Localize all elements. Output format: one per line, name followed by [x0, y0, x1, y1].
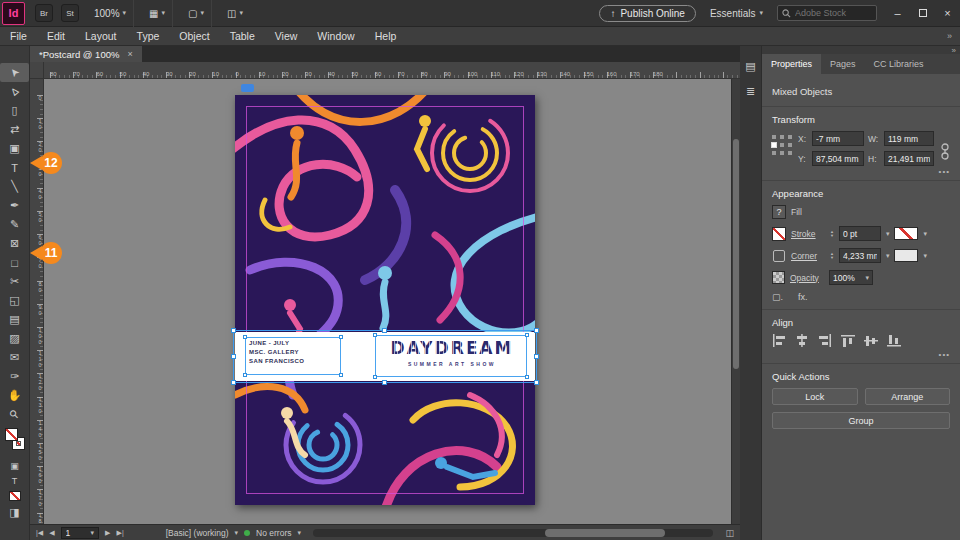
type-tool[interactable]: T: [0, 158, 29, 177]
group-button[interactable]: Group: [772, 412, 950, 429]
formatting-affects-container-button[interactable]: ▣: [0, 458, 29, 473]
arrange-documents-dropdown[interactable]: ◫ ▾: [220, 0, 250, 27]
postcard-page[interactable]: JUNE - JULY MSC. GALLERY SAN FRANCISCO D…: [235, 95, 535, 505]
lock-button[interactable]: Lock: [772, 388, 858, 405]
preflight-profile-menu[interactable]: [Basic] (working): [166, 528, 229, 538]
frame-handle[interactable]: [373, 375, 377, 379]
corner-label[interactable]: Corner: [791, 251, 825, 261]
rectangle-frame-tool[interactable]: ⊠: [0, 234, 29, 253]
close-tab-icon[interactable]: ×: [127, 49, 132, 59]
search-input[interactable]: [795, 8, 871, 18]
restore-button[interactable]: [910, 0, 935, 27]
minimize-button[interactable]: –: [885, 0, 910, 27]
effects-button[interactable]: fx.: [798, 292, 808, 302]
gap-tool[interactable]: ⇄: [0, 120, 29, 139]
direct-selection-tool[interactable]: ⊳: [0, 82, 29, 101]
corner-shape-well[interactable]: [894, 249, 918, 262]
menu-file[interactable]: File: [0, 30, 37, 42]
stock-button[interactable]: St: [61, 4, 79, 22]
corner-radius-input[interactable]: [843, 251, 877, 261]
constrain-proportions-icon[interactable]: [940, 142, 950, 162]
title-band[interactable]: JUNE - JULY MSC. GALLERY SAN FRANCISCO D…: [235, 332, 535, 381]
corner-options-icon[interactable]: [773, 250, 785, 262]
links-icon[interactable]: ≣: [746, 85, 755, 98]
frame-handle[interactable]: [339, 335, 343, 339]
align-more-options[interactable]: •••: [939, 350, 950, 359]
workspace-switcher[interactable]: Essentials ▾: [704, 8, 769, 19]
align-bottom-button[interactable]: [887, 334, 901, 347]
frame-handle[interactable]: [243, 335, 247, 339]
view-options-dropdown[interactable]: ▦ ▾: [142, 0, 173, 27]
align-left-button[interactable]: [772, 334, 786, 347]
reference-point-selector[interactable]: [772, 135, 792, 155]
fill-stroke-swatches[interactable]: [0, 426, 30, 456]
menu-object[interactable]: Object: [169, 30, 219, 42]
rectangle-tool[interactable]: □: [0, 253, 29, 272]
menubar-overflow-chevron[interactable]: »: [939, 31, 960, 41]
frame-handle[interactable]: [243, 373, 247, 377]
stroke-color-swatch[interactable]: [772, 227, 786, 241]
arrange-button[interactable]: Arrange: [865, 388, 951, 405]
gradient-feather-tool[interactable]: ▨: [0, 329, 29, 348]
opacity-label[interactable]: Opacity: [790, 273, 824, 283]
stack-icon[interactable]: ▤: [745, 60, 755, 73]
stroke-label[interactable]: Stroke: [791, 229, 825, 239]
adobe-stock-search[interactable]: [777, 5, 877, 21]
align-top-button[interactable]: [841, 334, 855, 347]
stroke-weight-input[interactable]: [843, 229, 877, 239]
menu-type[interactable]: Type: [127, 30, 170, 42]
menu-view[interactable]: View: [265, 30, 308, 42]
frame-handle[interactable]: [339, 373, 343, 377]
next-page-button[interactable]: ▶: [105, 529, 110, 537]
tab-cc-libraries[interactable]: CC Libraries: [865, 54, 933, 74]
corner-options-button[interactable]: ▢.: [772, 292, 783, 302]
chevron-down-icon[interactable]: ▾: [886, 230, 890, 238]
align-center-vertical-button[interactable]: [864, 334, 878, 347]
align-right-button[interactable]: [818, 334, 832, 347]
previous-page-button[interactable]: ◀: [49, 529, 54, 537]
scissors-tool[interactable]: ✂: [0, 272, 29, 291]
first-page-button[interactable]: |◀: [36, 529, 43, 537]
page-number-dropdown[interactable]: ▾: [61, 527, 100, 539]
publish-online-button[interactable]: ↑ Publish Online: [599, 5, 695, 22]
close-button[interactable]: ×: [935, 0, 960, 27]
zoom-tool[interactable]: ⚲: [0, 405, 29, 424]
frame-handle[interactable]: [525, 375, 529, 379]
pencil-tool[interactable]: ✎: [0, 215, 29, 234]
vertical-scrollbar[interactable]: [731, 79, 740, 524]
tab-properties[interactable]: Properties: [762, 54, 821, 74]
pen-tool[interactable]: ✒: [0, 196, 29, 215]
document-canvas[interactable]: JUNE - JULY MSC. GALLERY SAN FRANCISCO D…: [44, 79, 731, 524]
free-transform-tool[interactable]: ◱: [0, 291, 29, 310]
formatting-affects-text-button[interactable]: T: [0, 473, 29, 488]
daydream-logo-block[interactable]: DAYDREAM SUMMER ART SHOW: [377, 336, 527, 367]
page-number-input[interactable]: [66, 528, 88, 538]
preflight-errors-menu[interactable]: No errors: [256, 528, 291, 538]
hand-tool[interactable]: ✋: [0, 386, 29, 405]
page-tool[interactable]: ▯: [0, 101, 29, 120]
screen-mode-dropdown[interactable]: ▢ ▾: [181, 0, 212, 27]
transform-more-options[interactable]: •••: [939, 167, 950, 176]
height-input[interactable]: [888, 154, 930, 164]
horizontal-scrollbar[interactable]: [313, 529, 713, 537]
vertical-ruler[interactable]: 0102030405060708090100110120130140150160…: [30, 79, 44, 524]
menu-layout[interactable]: Layout: [75, 30, 127, 42]
horizontal-ruler[interactable]: 8070605040302010010203040506070809010011…: [44, 62, 740, 79]
fill-swatch[interactable]: [5, 428, 18, 441]
menu-window[interactable]: Window: [307, 30, 364, 42]
vertical-scrollbar-thumb[interactable]: [733, 139, 739, 369]
corner-radius-stepper[interactable]: ▲▼: [830, 252, 834, 260]
document-tab[interactable]: *Postcard @ 100% ×: [30, 46, 142, 62]
menu-table[interactable]: Table: [220, 30, 265, 42]
ruler-origin-box[interactable]: [30, 62, 44, 79]
content-collector-tool[interactable]: ▣: [0, 139, 29, 158]
x-input[interactable]: [816, 134, 860, 144]
y-input[interactable]: [816, 154, 860, 164]
last-page-button[interactable]: ▶|: [117, 529, 124, 537]
chevron-down-icon[interactable]: ▾: [886, 252, 890, 260]
bridge-button[interactable]: Br: [35, 4, 53, 22]
zoom-level-dropdown[interactable]: 100% ▾: [87, 0, 134, 27]
gradient-swatch-tool[interactable]: ▤: [0, 310, 29, 329]
stroke-type-well[interactable]: [894, 227, 918, 240]
apply-none-button[interactable]: [0, 488, 29, 503]
